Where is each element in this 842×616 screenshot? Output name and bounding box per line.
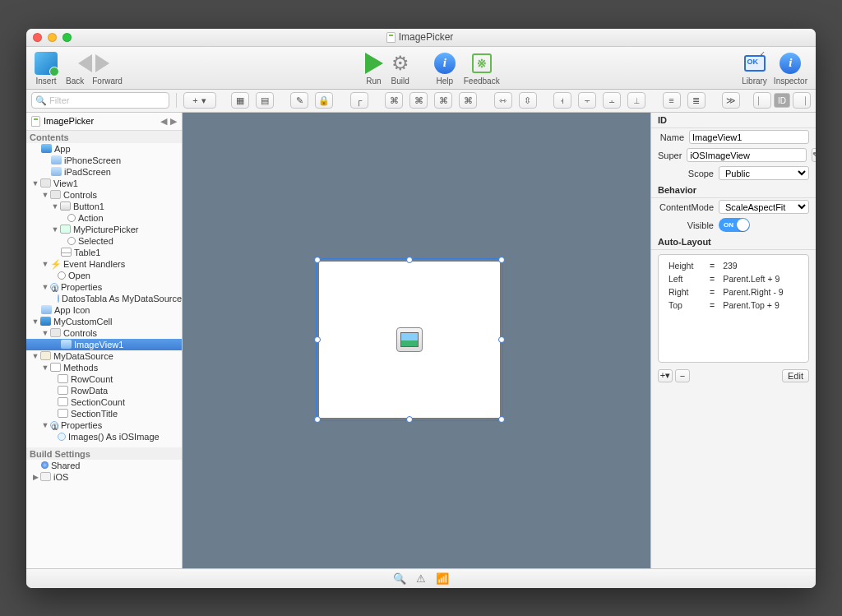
nav-item-sectioncount[interactable]: SectionCount xyxy=(26,396,182,408)
resize-handle-bl[interactable] xyxy=(314,416,321,423)
search-results-icon[interactable]: 🔍 xyxy=(393,572,406,585)
resize-handle-br[interactable] xyxy=(498,416,505,423)
link-1-button[interactable]: ⌘ xyxy=(385,92,403,109)
nav-item-iphone[interactable]: iPhoneScreen xyxy=(26,155,182,166)
run-label: Run xyxy=(366,76,381,86)
nav-item-controls[interactable]: ▼Controls xyxy=(26,189,182,201)
contentmode-select[interactable]: ScaleAspectFit xyxy=(719,200,809,214)
fit-vertical-button[interactable]: ⇳ xyxy=(519,92,537,109)
build-toolbar-item[interactable]: ⚙ Build xyxy=(391,50,409,86)
resize-handle-tl[interactable] xyxy=(314,257,321,263)
super-input[interactable] xyxy=(687,148,807,162)
resize-handle-tm[interactable] xyxy=(406,257,413,263)
help-toolbar-item[interactable]: i Help xyxy=(434,50,456,86)
add-constraint-button[interactable]: +▾ xyxy=(658,369,673,382)
lock-tool-button[interactable]: 🔒 xyxy=(315,92,333,109)
nav-next-button[interactable]: ▶ xyxy=(170,116,177,127)
constraint-row[interactable]: Top=Parent.Top + 9 xyxy=(665,299,787,311)
align-right-button[interactable]: ⫠ xyxy=(603,92,621,109)
editor-toolbar: 🔍 Filter + ▾ ▦ ▤ ✎ 🔒 ┌ ⌘ ⌘ ⌘ ⌘ ⇿ ⇳ ⫞ ⫟ ⫠… xyxy=(26,90,816,113)
name-input[interactable] xyxy=(689,130,809,144)
filter-input[interactable]: 🔍 Filter xyxy=(31,92,169,109)
nav-item-ipad[interactable]: iPadScreen xyxy=(26,166,182,178)
nav-item-appicon[interactable]: App Icon xyxy=(26,304,182,316)
nav-item-imageview1[interactable]: ImageView1 xyxy=(26,339,182,350)
scope-select[interactable]: Public xyxy=(719,166,809,180)
close-window-button[interactable] xyxy=(33,33,42,42)
nav-item-ehandlers[interactable]: ▼⚡Event Handlers xyxy=(26,258,182,270)
nav-item-sectiontitle[interactable]: SectionTitle xyxy=(26,408,182,419)
nav-item-selected[interactable]: Selected xyxy=(26,235,182,247)
traffic-lights xyxy=(33,33,72,42)
link-3-button[interactable]: ⌘ xyxy=(434,92,452,109)
nav-item-props[interactable]: ▼①Properties xyxy=(26,281,182,293)
distribute-1-button[interactable]: ≡ xyxy=(663,92,681,109)
nav-prev-button[interactable]: ◀ xyxy=(160,116,167,127)
add-item-button[interactable]: + ▾ xyxy=(183,92,216,109)
zoom-window-button[interactable] xyxy=(62,33,72,42)
library-toolbar-item[interactable]: Library xyxy=(742,50,767,86)
warnings-icon[interactable]: ⚠ xyxy=(416,572,426,585)
nav-item-picker[interactable]: ▼MyPicturePicker xyxy=(26,224,182,235)
feedback-toolbar-item[interactable]: ※ Feedback xyxy=(464,50,500,86)
nav-item-myds[interactable]: ▼MyDataSource xyxy=(26,350,182,362)
forward-button[interactable] xyxy=(95,54,109,72)
nav-item-view1[interactable]: ▼View1 xyxy=(26,178,182,189)
nav-item-rowcount[interactable]: RowCount xyxy=(26,373,182,385)
inspector-tab-handle[interactable]: ⎸ xyxy=(753,92,771,109)
nav-item-mycell[interactable]: ▼MyCustomCell xyxy=(26,316,182,327)
nav-item-table1[interactable]: Table1 xyxy=(26,247,182,258)
link-2-button[interactable]: ⌘ xyxy=(409,92,428,109)
nav-item-props2[interactable]: ▼①Properties xyxy=(26,419,182,431)
nav-item-shared[interactable]: Shared xyxy=(26,460,182,471)
resize-handle-mr[interactable] xyxy=(498,336,505,343)
edge-top-button[interactable]: ┌ xyxy=(350,92,368,109)
resize-handle-tr[interactable] xyxy=(498,257,505,263)
nav-item-ios[interactable]: ▶iOS xyxy=(26,471,182,483)
inspector-tab-handle2[interactable]: ⎹ xyxy=(793,92,811,109)
nav-item-rowdata[interactable]: RowData xyxy=(26,385,182,396)
edit-super-button[interactable]: ✎ xyxy=(812,148,816,162)
align-left-button[interactable]: ⫞ xyxy=(553,92,571,109)
link-4-button[interactable]: ⌘ xyxy=(459,92,477,109)
design-canvas[interactable] xyxy=(183,113,651,568)
nav-item-action[interactable]: Action xyxy=(26,212,182,224)
align-center-button[interactable]: ⫟ xyxy=(578,92,596,109)
visible-toggle[interactable]: ON xyxy=(719,218,750,232)
inspector-toolbar-item[interactable]: i Inspector xyxy=(774,50,807,86)
layout-mode-1[interactable]: ▦ xyxy=(231,92,249,109)
imageview-placeholder-icon[interactable] xyxy=(396,327,423,352)
constraint-row[interactable]: Left=Parent.Left + 9 xyxy=(665,273,787,285)
nav-item-images[interactable]: Images() As iOSImage xyxy=(26,431,182,442)
nav-item-app[interactable]: App xyxy=(26,143,182,155)
insert-toolbar-item[interactable]: Insert xyxy=(35,50,58,86)
feedback-label: Feedback xyxy=(464,76,500,86)
layout-mode-2[interactable]: ▤ xyxy=(256,92,274,109)
library-icon xyxy=(744,55,766,72)
resize-handle-bm[interactable] xyxy=(406,416,413,423)
inspector-tab-id[interactable]: ID xyxy=(774,93,790,108)
fit-horizontal-button[interactable]: ⇿ xyxy=(494,92,512,109)
pencil-tool-button[interactable]: ✎ xyxy=(290,92,308,109)
autolayout-list[interactable]: Height=239Left=Parent.Left + 9Right=Pare… xyxy=(658,254,809,363)
run-toolbar-item[interactable]: Run xyxy=(365,50,383,86)
edit-constraints-button[interactable]: Edit xyxy=(782,369,809,382)
distribute-2-button[interactable]: ≣ xyxy=(687,92,706,109)
nav-item-controls2[interactable]: ▼Controls xyxy=(26,327,182,339)
nav-item-open[interactable]: Open xyxy=(26,270,182,281)
messages-icon[interactable]: 📶 xyxy=(436,572,449,585)
align-top-button[interactable]: ⟂ xyxy=(627,92,645,109)
nav-item-datos[interactable]: DatosTabla As MyDataSource xyxy=(26,293,182,304)
constraint-row[interactable]: Height=239 xyxy=(665,260,787,271)
nav-item-methods[interactable]: ▼Methods xyxy=(26,362,182,373)
nav-item-button1[interactable]: ▼Button1 xyxy=(26,201,182,212)
constraint-row[interactable]: Right=Parent.Right - 9 xyxy=(665,286,787,298)
custom-cell-preview[interactable] xyxy=(318,261,501,419)
navigator-tree[interactable]: Contents App iPhoneScreen iPadScreen ▼Vi… xyxy=(26,131,182,568)
back-button[interactable] xyxy=(78,54,92,72)
chevron-down-icon: ▾ xyxy=(201,95,206,106)
resize-handle-ml[interactable] xyxy=(314,336,321,343)
overflow-button[interactable]: ≫ xyxy=(722,92,740,109)
minimize-window-button[interactable] xyxy=(48,33,57,42)
remove-constraint-button[interactable]: − xyxy=(675,369,690,382)
